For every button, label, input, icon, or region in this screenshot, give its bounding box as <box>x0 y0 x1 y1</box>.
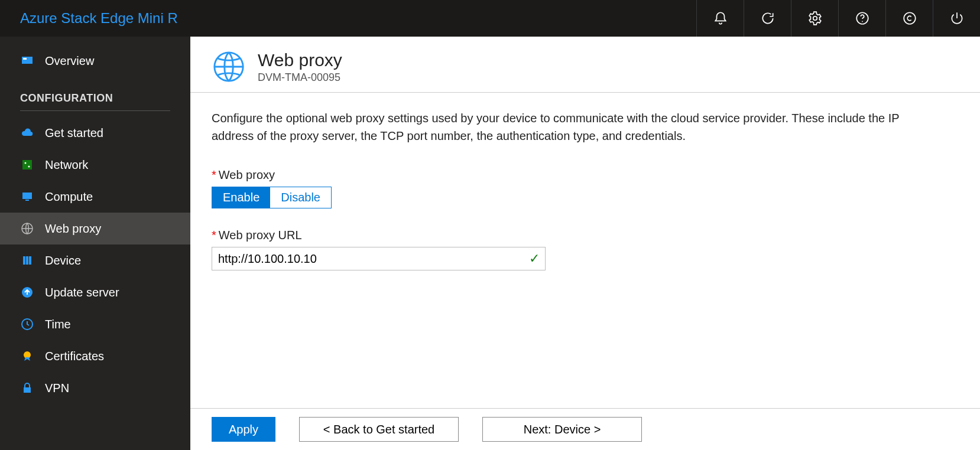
sidebar-item-label: Time <box>45 318 71 331</box>
help-icon[interactable] <box>838 0 885 37</box>
svg-rect-13 <box>26 256 28 265</box>
svg-rect-9 <box>22 193 32 199</box>
sidebar-item-time[interactable]: Time <box>0 308 190 340</box>
svg-rect-10 <box>25 200 29 201</box>
svg-point-7 <box>25 162 27 164</box>
sidebar-section-configuration: CONFIGURATION <box>0 77 190 110</box>
required-asterisk: * <box>212 229 216 242</box>
sidebar-item-web-proxy[interactable]: Web proxy <box>0 213 190 244</box>
sidebar-item-compute[interactable]: Compute <box>0 181 190 213</box>
next-button[interactable]: Next: Device > <box>482 417 642 442</box>
sidebar-item-label: Get started <box>45 126 103 140</box>
sidebar-item-label: Update server <box>45 286 119 299</box>
page-subtitle: DVM-TMA-00095 <box>258 71 342 84</box>
main-panel: Web proxy DVM-TMA-00095 Configure the op… <box>190 37 980 450</box>
sidebar-divider <box>20 110 170 111</box>
valid-checkmark-icon: ✓ <box>529 251 540 266</box>
cloud-icon <box>20 126 45 140</box>
sidebar-item-network[interactable]: Network <box>0 149 190 181</box>
page-description: Configure the optional web proxy setting… <box>212 109 939 145</box>
svg-point-8 <box>28 166 30 168</box>
page-title: Web proxy <box>258 50 342 70</box>
globe-icon <box>212 50 246 84</box>
web-proxy-url-input[interactable] <box>212 247 546 270</box>
clock-icon <box>20 317 45 331</box>
sidebar-item-overview[interactable]: Overview <box>0 45 190 77</box>
brand-title: Azure Stack Edge Mini R <box>20 10 178 27</box>
sidebar: Overview CONFIGURATION Get started Netwo… <box>0 37 190 450</box>
page-header: Web proxy DVM-TMA-00095 <box>190 37 980 93</box>
required-asterisk: * <box>212 168 216 181</box>
topbar-icons <box>696 0 980 37</box>
enable-button[interactable]: Enable <box>212 187 270 208</box>
back-button[interactable]: < Back to Get started <box>299 417 459 442</box>
sidebar-item-device[interactable]: Device <box>0 244 190 276</box>
web-proxy-toggle: Enable Disable <box>212 187 332 208</box>
globe-icon <box>20 221 45 236</box>
footer-bar: Apply < Back to Get started Next: Device… <box>190 408 980 450</box>
sidebar-item-label: VPN <box>45 381 69 395</box>
sidebar-item-certificates[interactable]: Certificates <box>0 340 190 372</box>
update-icon <box>20 285 45 299</box>
compute-icon <box>20 190 45 204</box>
sidebar-item-get-started[interactable]: Get started <box>0 117 190 149</box>
web-proxy-url-label: *Web proxy URL <box>212 229 959 242</box>
svg-rect-12 <box>23 256 25 265</box>
svg-rect-4 <box>22 57 33 64</box>
sidebar-item-vpn[interactable]: VPN <box>0 372 190 404</box>
copyright-icon[interactable] <box>885 0 933 37</box>
sidebar-item-label: Overview <box>45 54 94 68</box>
sidebar-item-label: Web proxy <box>45 222 101 236</box>
device-icon <box>20 253 45 268</box>
svg-point-0 <box>813 17 817 21</box>
apply-button[interactable]: Apply <box>212 417 275 442</box>
network-icon <box>20 158 45 172</box>
sidebar-item-update-server[interactable]: Update server <box>0 276 190 308</box>
svg-point-2 <box>862 21 863 22</box>
sidebar-item-label: Device <box>45 254 81 268</box>
sidebar-item-label: Certificates <box>45 350 104 363</box>
disable-button[interactable]: Disable <box>270 187 331 208</box>
svg-point-3 <box>904 12 916 24</box>
svg-rect-5 <box>23 58 27 60</box>
sidebar-item-label: Compute <box>45 190 93 204</box>
web-proxy-label: *Web proxy <box>212 168 959 182</box>
refresh-icon[interactable] <box>744 0 791 37</box>
settings-icon[interactable] <box>791 0 838 37</box>
svg-rect-14 <box>29 256 31 265</box>
lock-icon <box>20 381 45 395</box>
certificates-icon <box>20 349 45 363</box>
overview-icon <box>20 54 45 68</box>
sidebar-item-label: Network <box>45 158 88 172</box>
svg-rect-18 <box>24 387 31 393</box>
svg-rect-6 <box>22 160 32 169</box>
notifications-icon[interactable] <box>696 0 744 37</box>
power-icon[interactable] <box>933 0 980 37</box>
